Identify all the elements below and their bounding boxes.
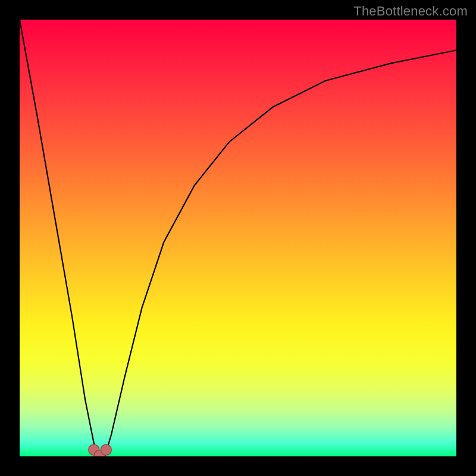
vertex-markers bbox=[89, 444, 112, 456]
marker-vertex-right bbox=[101, 444, 111, 455]
curve-right-branch bbox=[105, 50, 456, 456]
curve-layer bbox=[20, 20, 456, 456]
curve-left-branch bbox=[20, 20, 96, 456]
chart-frame: TheBottleneck.com bbox=[0, 0, 476, 476]
watermark-text: TheBottleneck.com bbox=[353, 4, 468, 19]
plot-area bbox=[20, 20, 456, 456]
